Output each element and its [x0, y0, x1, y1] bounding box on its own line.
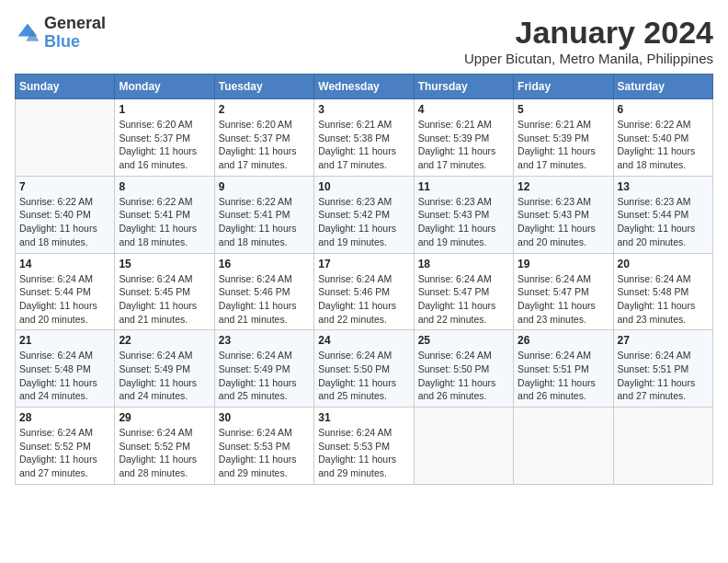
- day-number: 4: [418, 103, 509, 116]
- day-number: 12: [518, 180, 609, 193]
- sunrise: Sunrise: 6:24 AM: [119, 273, 192, 284]
- day-cell: 17Sunrise: 6:24 AMSunset: 5:46 PMDayligh…: [314, 253, 414, 330]
- daylight-label: Daylight: 11 hours: [219, 377, 297, 388]
- daylight-minutes: and 25 minutes.: [219, 390, 288, 401]
- day-cell: 8Sunrise: 6:22 AMSunset: 5:41 PMDaylight…: [115, 176, 214, 253]
- day-info: Sunrise: 6:24 AMSunset: 5:53 PMDaylight:…: [318, 426, 409, 480]
- daylight-minutes: and 19 minutes.: [418, 236, 487, 247]
- day-number: 22: [119, 334, 210, 347]
- daylight-minutes: and 22 minutes.: [418, 314, 487, 325]
- daylight-label: Daylight: 11 hours: [119, 145, 197, 156]
- daylight-minutes: and 28 minutes.: [119, 467, 188, 478]
- sunset: Sunset: 5:45 PM: [119, 286, 190, 297]
- day-cell: 31Sunrise: 6:24 AMSunset: 5:53 PMDayligh…: [314, 408, 414, 485]
- day-info: Sunrise: 6:20 AMSunset: 5:37 PMDaylight:…: [219, 118, 310, 172]
- sunrise: Sunrise: 6:23 AM: [518, 196, 591, 207]
- week-row-3: 14Sunrise: 6:24 AMSunset: 5:44 PMDayligh…: [16, 253, 713, 330]
- sunrise: Sunrise: 6:23 AM: [618, 196, 691, 207]
- day-cell: 24Sunrise: 6:24 AMSunset: 5:50 PMDayligh…: [314, 330, 414, 408]
- day-info: Sunrise: 6:23 AMSunset: 5:44 PMDaylight:…: [618, 195, 709, 249]
- daylight-label: Daylight: 11 hours: [19, 300, 97, 311]
- sunrise: Sunrise: 6:24 AM: [19, 273, 93, 284]
- sunrise: Sunrise: 6:24 AM: [418, 350, 492, 361]
- sunset: Sunset: 5:44 PM: [19, 286, 91, 297]
- daylight-minutes: and 20 minutes.: [618, 236, 687, 247]
- sunset: Sunset: 5:46 PM: [219, 286, 290, 297]
- sunrise: Sunrise: 6:22 AM: [119, 196, 192, 207]
- header-day-sunday: Sunday: [16, 75, 115, 99]
- daylight-label: Daylight: 11 hours: [418, 223, 496, 234]
- daylight-minutes: and 21 minutes.: [119, 314, 188, 325]
- sunset: Sunset: 5:50 PM: [418, 363, 490, 374]
- day-number: 10: [318, 180, 409, 193]
- sunrise: Sunrise: 6:22 AM: [219, 196, 292, 207]
- header-day-saturday: Saturday: [613, 75, 712, 99]
- calendar-body: 1Sunrise: 6:20 AMSunset: 5:37 PMDaylight…: [16, 99, 713, 485]
- day-number: 24: [318, 334, 409, 347]
- day-number: 7: [19, 180, 110, 193]
- week-row-5: 28Sunrise: 6:24 AMSunset: 5:52 PMDayligh…: [16, 408, 713, 485]
- month-title: January 2024: [464, 15, 713, 51]
- week-row-1: 1Sunrise: 6:20 AMSunset: 5:37 PMDaylight…: [16, 99, 713, 177]
- sunset: Sunset: 5:47 PM: [418, 286, 490, 297]
- daylight-minutes: and 23 minutes.: [518, 314, 586, 325]
- sunrise: Sunrise: 6:24 AM: [219, 273, 292, 284]
- day-info: Sunrise: 6:24 AMSunset: 5:53 PMDaylight:…: [219, 426, 310, 480]
- day-info: Sunrise: 6:22 AMSunset: 5:40 PMDaylight:…: [19, 195, 110, 249]
- day-cell: 12Sunrise: 6:23 AMSunset: 5:43 PMDayligh…: [514, 176, 613, 253]
- sunset: Sunset: 5:48 PM: [618, 286, 689, 297]
- day-info: Sunrise: 6:22 AMSunset: 5:41 PMDaylight:…: [119, 195, 210, 249]
- day-cell: 26Sunrise: 6:24 AMSunset: 5:51 PMDayligh…: [514, 330, 613, 408]
- day-cell: 30Sunrise: 6:24 AMSunset: 5:53 PMDayligh…: [214, 408, 313, 485]
- day-number: 2: [219, 103, 310, 116]
- daylight-label: Daylight: 11 hours: [618, 223, 696, 234]
- daylight-label: Daylight: 11 hours: [318, 377, 396, 388]
- sunset: Sunset: 5:51 PM: [618, 363, 689, 374]
- daylight-label: Daylight: 11 hours: [318, 454, 396, 465]
- sunset: Sunset: 5:37 PM: [119, 132, 190, 144]
- sunset: Sunset: 5:39 PM: [418, 132, 490, 144]
- sunrise: Sunrise: 6:20 AM: [119, 119, 192, 130]
- day-info: Sunrise: 6:24 AMSunset: 5:52 PMDaylight:…: [19, 426, 110, 480]
- day-info: Sunrise: 6:24 AMSunset: 5:48 PMDaylight:…: [618, 272, 709, 327]
- day-cell: 19Sunrise: 6:24 AMSunset: 5:47 PMDayligh…: [514, 253, 613, 330]
- day-cell: [613, 408, 712, 485]
- day-info: Sunrise: 6:24 AMSunset: 5:49 PMDaylight:…: [119, 349, 210, 403]
- day-cell: 1Sunrise: 6:20 AMSunset: 5:37 PMDaylight…: [115, 99, 214, 177]
- day-number: 27: [618, 334, 709, 347]
- sunset: Sunset: 5:41 PM: [119, 209, 190, 220]
- daylight-label: Daylight: 11 hours: [119, 223, 197, 234]
- day-info: Sunrise: 6:23 AMSunset: 5:43 PMDaylight:…: [518, 195, 609, 249]
- calendar-table: SundayMondayTuesdayWednesdayThursdayFrid…: [15, 74, 713, 485]
- day-info: Sunrise: 6:24 AMSunset: 5:51 PMDaylight:…: [618, 349, 709, 403]
- day-cell: 18Sunrise: 6:24 AMSunset: 5:47 PMDayligh…: [414, 253, 513, 330]
- daylight-minutes: and 18 minutes.: [19, 236, 88, 247]
- day-info: Sunrise: 6:22 AMSunset: 5:40 PMDaylight:…: [618, 118, 709, 172]
- day-cell: 27Sunrise: 6:24 AMSunset: 5:51 PMDayligh…: [613, 330, 712, 408]
- day-cell: 6Sunrise: 6:22 AMSunset: 5:40 PMDaylight…: [613, 99, 712, 177]
- sunrise: Sunrise: 6:24 AM: [219, 427, 292, 438]
- daylight-minutes: and 22 minutes.: [318, 314, 387, 325]
- day-number: 14: [19, 258, 110, 270]
- sunrise: Sunrise: 6:21 AM: [418, 119, 492, 130]
- day-cell: 29Sunrise: 6:24 AMSunset: 5:52 PMDayligh…: [115, 408, 214, 485]
- sunrise: Sunrise: 6:22 AM: [618, 119, 691, 130]
- day-number: 11: [418, 180, 509, 193]
- day-info: Sunrise: 6:24 AMSunset: 5:52 PMDaylight:…: [119, 426, 210, 480]
- sunrise: Sunrise: 6:24 AM: [318, 427, 392, 438]
- daylight-minutes: and 17 minutes.: [518, 159, 586, 170]
- day-cell: 2Sunrise: 6:20 AMSunset: 5:37 PMDaylight…: [214, 99, 313, 177]
- sunrise: Sunrise: 6:21 AM: [318, 119, 392, 130]
- header-day-tuesday: Tuesday: [214, 75, 313, 99]
- sunset: Sunset: 5:40 PM: [618, 132, 689, 144]
- day-cell: 5Sunrise: 6:21 AMSunset: 5:39 PMDaylight…: [514, 99, 613, 177]
- header-day-monday: Monday: [115, 75, 214, 99]
- title-section: January 2024 Upper Bicutan, Metro Manila…: [464, 15, 713, 66]
- sunrise: Sunrise: 6:24 AM: [19, 427, 93, 438]
- day-number: 8: [119, 180, 210, 193]
- sunrise: Sunrise: 6:24 AM: [318, 273, 392, 284]
- daylight-minutes: and 18 minutes.: [119, 236, 188, 247]
- day-cell: 15Sunrise: 6:24 AMSunset: 5:45 PMDayligh…: [115, 253, 214, 330]
- day-number: 13: [618, 180, 709, 193]
- day-number: 16: [219, 258, 310, 270]
